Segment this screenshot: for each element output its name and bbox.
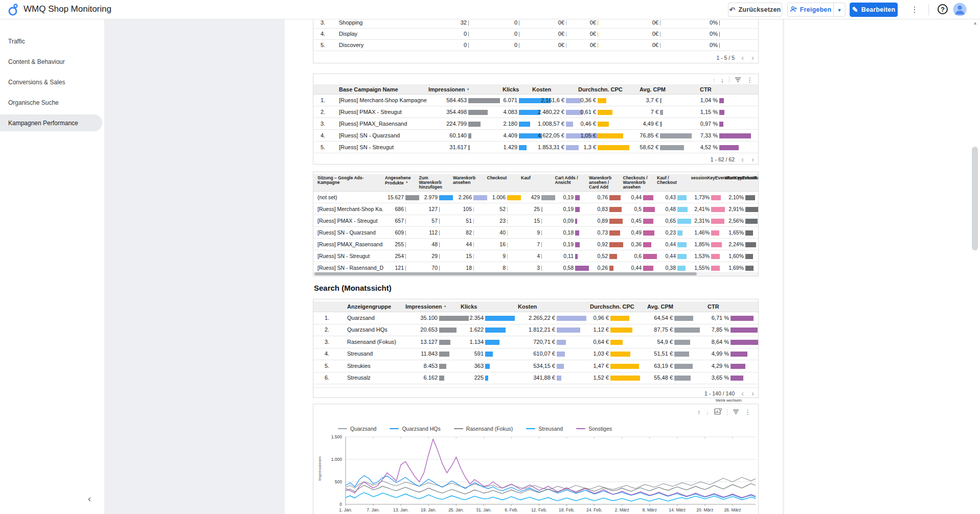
- horizontal-scrollbar[interactable]: [313, 272, 758, 276]
- prev-page-icon[interactable]: ‹: [741, 155, 744, 163]
- legend-item[interactable]: Rasensand (Fokus): [454, 426, 513, 432]
- cell-value: 51,51 €: [617, 351, 673, 357]
- axis-tick-label: 1.000: [331, 457, 343, 462]
- sidebar-item-conversions-sales[interactable]: Conversions & Sales: [0, 74, 102, 90]
- cell-value: 2,24%: [688, 241, 744, 247]
- table-footer: 1 - 5 / 5 ‹ ›: [313, 51, 758, 63]
- sidebar-item-organische-suche[interactable]: Organische Suche: [0, 94, 102, 111]
- header-divider: [928, 4, 929, 15]
- more-options-icon[interactable]: ⋮: [908, 3, 921, 16]
- cell-value: 1,60%: [688, 253, 744, 259]
- cell-bar: [598, 43, 598, 48]
- axis-tick-label: 7. Jan.: [367, 507, 380, 512]
- move-up-icon[interactable]: ↑: [697, 409, 701, 415]
- cell-value: 0€: [540, 42, 596, 48]
- cell-value: 1.134: [427, 339, 484, 345]
- cell-value: 0,96 €: [553, 315, 609, 321]
- legend-item[interactable]: Streusand: [526, 426, 563, 432]
- table-toolbar: ↑ ↓ ⋮: [712, 76, 753, 83]
- cell-bar: [731, 316, 754, 321]
- scrollbar-thumb[interactable]: [314, 272, 697, 275]
- cell-value: 0€: [602, 42, 658, 48]
- cell-bar: [745, 195, 755, 200]
- cell-value: 1,65%: [688, 229, 744, 236]
- report-page: 3.Shopping3200€0€0€0%4.Display000€0€0€0%…: [285, 19, 783, 514]
- axis-tick-label: 2. März: [615, 507, 629, 512]
- pagination-label: 1 - 140 / 140: [704, 390, 735, 396]
- share-button[interactable]: Freigeben: [787, 3, 833, 17]
- column-header[interactable]: Impressionen▼: [428, 86, 469, 92]
- cell-bar: [485, 364, 490, 369]
- cell-value: 0: [411, 42, 467, 48]
- scrollbar-up-icon[interactable]: ▲: [973, 20, 977, 26]
- table-row: [Ruess] SN - Rasensand_DE1217018830,580,…: [313, 262, 758, 272]
- person-add-icon: [790, 6, 797, 14]
- cell-value: 534,15 €: [499, 363, 555, 369]
- cell-value: 341,88 €: [499, 375, 555, 381]
- vertical-scrollbar[interactable]: [971, 19, 979, 514]
- sort-desc-icon: ▼: [467, 88, 470, 91]
- cell-value: 0€: [540, 19, 596, 26]
- chart-menu-icon[interactable]: ⋮: [746, 77, 753, 83]
- chart-menu-icon[interactable]: ⋮: [744, 409, 751, 415]
- reset-button[interactable]: ↶ Zurücksetzen: [728, 3, 782, 17]
- share-dropdown-caret[interactable]: ▾: [833, 3, 846, 17]
- legend-swatch: [576, 428, 585, 430]
- axis-tick-label: 8. März: [643, 507, 657, 512]
- prev-page-icon[interactable]: ‹: [741, 389, 744, 397]
- cell-bar: [660, 20, 660, 26]
- change-chart-type-icon[interactable]: [714, 408, 722, 416]
- ads-session-table-card: Sitzung – Google Ads-KampagneAngesehene …: [313, 172, 759, 276]
- table-footer: 1 - 62 / 62 ‹ ›: [313, 153, 758, 165]
- axis-tick-label: 20. März: [696, 507, 713, 512]
- prev-page-icon[interactable]: ‹: [741, 54, 744, 61]
- cell-value: 1,69%: [688, 265, 744, 271]
- legend-label: Quarzsand: [350, 426, 376, 432]
- sidebar-item-traffic[interactable]: Traffic: [0, 33, 102, 50]
- cell-bar: [719, 122, 723, 127]
- sidebar-item-content-behaviour[interactable]: Content & Behaviour: [0, 53, 102, 70]
- table-row: 4.Streusand11.843591610,07 €1,03 €51,51 …: [313, 348, 758, 361]
- table-row: 3.Rasensand (Fokus)13.1271.134720,71 €0,…: [313, 336, 758, 348]
- move-down-icon[interactable]: ↓: [721, 77, 724, 83]
- cell-value: 1.622: [427, 326, 484, 333]
- column-header[interactable]: Klicks: [503, 86, 519, 92]
- cell-value: 7,85 %: [673, 326, 729, 333]
- next-page-icon[interactable]: ›: [751, 389, 754, 397]
- table-footer: 1 - 140 / 140 ‹ ›: [313, 387, 758, 398]
- move-up-icon[interactable]: ↑: [712, 77, 716, 83]
- sidebar-collapse-icon[interactable]: ‹: [88, 494, 91, 504]
- table-row: 6.Streusalz6.162225341,88 €1,52 €55,48 €…: [313, 372, 758, 385]
- column-header[interactable]: Avg. CPM: [640, 86, 666, 92]
- column-header[interactable]: CTR: [700, 86, 712, 92]
- edit-button[interactable]: ✎ Bearbeiten: [850, 3, 898, 17]
- avatar[interactable]: [953, 3, 967, 18]
- cell-value: 354.498: [411, 109, 467, 115]
- legend-item[interactable]: Quarzsand: [338, 426, 376, 432]
- table-row: [Ruess] SN - Quarzsand609112824090,180,7…: [313, 227, 758, 239]
- app-header: WMQ Shop Monitoring ↶ Zurücksetzen Freig…: [0, 0, 980, 19]
- filter-icon[interactable]: [733, 409, 739, 415]
- next-page-icon[interactable]: ›: [751, 54, 754, 61]
- filter-icon[interactable]: [735, 77, 741, 83]
- next-page-icon[interactable]: ›: [751, 155, 754, 163]
- column-header[interactable]: Base Campaign Name: [339, 86, 398, 92]
- help-icon[interactable]: ?: [938, 4, 948, 14]
- cell-value: 1.812,21 €: [499, 326, 555, 333]
- move-down-icon[interactable]: ↓: [706, 409, 710, 415]
- legend-item[interactable]: Sonstiges: [576, 426, 612, 432]
- row-index: 3.: [321, 19, 325, 26]
- column-header[interactable]: Durchschn. CPC: [578, 86, 623, 92]
- legend-swatch: [338, 428, 347, 430]
- pencil-icon: ✎: [852, 6, 858, 14]
- row-index: 2.: [321, 109, 325, 115]
- sidebar-item-kampagnen-performance[interactable]: Kampagnen Performance: [0, 114, 102, 131]
- column-header[interactable]: Kosten: [532, 86, 551, 92]
- cell-value: 224.799: [411, 121, 467, 127]
- legend-item[interactable]: Quarzsand HQs: [390, 426, 440, 432]
- scrollbar-thumb[interactable]: [972, 147, 978, 250]
- cell-bar: [731, 376, 743, 381]
- row-index: 3.: [325, 339, 329, 345]
- axis-tick-label: 19. Jan.: [421, 507, 436, 512]
- table-row: [Ruess] Merchant-Shop Ka...6861271055225…: [313, 203, 758, 215]
